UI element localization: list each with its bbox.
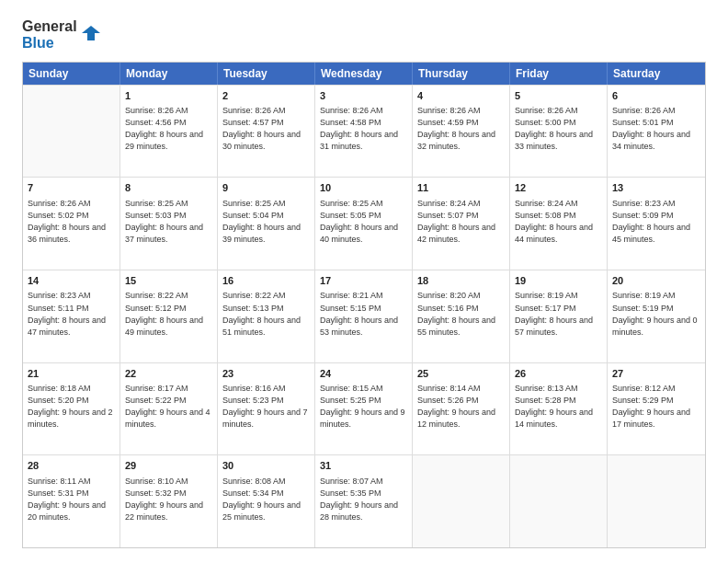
cal-cell: 4Sunrise: 8:26 AMSunset: 4:59 PMDaylight…: [413, 86, 510, 178]
day-number: 25: [417, 367, 505, 381]
cell-text: Sunrise: 8:16 AMSunset: 5:23 PMDaylight:…: [222, 383, 310, 431]
cal-cell: 7Sunrise: 8:26 AMSunset: 5:02 PMDaylight…: [23, 178, 120, 270]
cal-cell: [510, 455, 608, 547]
cal-cell: 6Sunrise: 8:26 AMSunset: 5:01 PMDaylight…: [608, 86, 705, 178]
header-cell-monday: Monday: [120, 63, 218, 85]
week-row-5: 28Sunrise: 8:11 AMSunset: 5:31 PMDayligh…: [23, 454, 705, 547]
cell-text: Sunrise: 8:12 AMSunset: 5:29 PMDaylight:…: [612, 383, 700, 431]
cell-text: Sunrise: 8:19 AMSunset: 5:17 PMDaylight:…: [515, 290, 602, 338]
cal-cell: [608, 455, 705, 547]
cal-cell: 30Sunrise: 8:08 AMSunset: 5:34 PMDayligh…: [218, 455, 315, 547]
calendar: SundayMondayTuesdayWednesdayThursdayFrid…: [22, 62, 706, 548]
day-number: 9: [222, 181, 310, 195]
day-number: 5: [515, 89, 602, 103]
day-number: 31: [320, 459, 407, 473]
cell-text: Sunrise: 8:21 AMSunset: 5:15 PMDaylight:…: [320, 290, 407, 338]
day-number: 29: [125, 459, 212, 473]
cal-cell: 29Sunrise: 8:10 AMSunset: 5:32 PMDayligh…: [120, 455, 218, 547]
cell-text: Sunrise: 8:10 AMSunset: 5:32 PMDaylight:…: [125, 476, 212, 523]
day-number: 4: [417, 89, 505, 103]
logo: General Blue: [22, 18, 100, 52]
day-number: 14: [28, 274, 115, 288]
cell-text: Sunrise: 8:07 AMSunset: 5:35 PMDaylight:…: [320, 476, 407, 523]
day-number: 22: [125, 367, 212, 381]
cal-cell: 24Sunrise: 8:15 AMSunset: 5:25 PMDayligh…: [315, 363, 413, 455]
day-number: 19: [515, 274, 602, 288]
svg-marker-0: [82, 26, 100, 40]
cell-text: Sunrise: 8:25 AMSunset: 5:05 PMDaylight:…: [320, 198, 407, 246]
week-row-3: 14Sunrise: 8:23 AMSunset: 5:11 PMDayligh…: [23, 270, 705, 362]
logo-line1: General: [22, 18, 77, 35]
day-number: 24: [320, 367, 407, 381]
week-row-1: 1Sunrise: 8:26 AMSunset: 4:56 PMDaylight…: [23, 85, 705, 178]
cal-cell: 8Sunrise: 8:25 AMSunset: 5:03 PMDaylight…: [120, 178, 218, 270]
cal-cell: [23, 86, 120, 178]
cal-cell: 12Sunrise: 8:24 AMSunset: 5:08 PMDayligh…: [510, 178, 608, 270]
day-number: 10: [320, 181, 407, 195]
header: General Blue: [22, 18, 706, 52]
cell-text: Sunrise: 8:24 AMSunset: 5:08 PMDaylight:…: [515, 198, 602, 246]
cal-cell: 27Sunrise: 8:12 AMSunset: 5:29 PMDayligh…: [608, 363, 705, 455]
day-number: 21: [28, 367, 115, 381]
cell-text: Sunrise: 8:26 AMSunset: 4:56 PMDaylight:…: [125, 105, 212, 153]
day-number: 3: [320, 89, 407, 103]
cal-cell: 31Sunrise: 8:07 AMSunset: 5:35 PMDayligh…: [315, 455, 413, 547]
cell-text: Sunrise: 8:15 AMSunset: 5:25 PMDaylight:…: [320, 383, 407, 431]
logo-bird-icon: [82, 24, 100, 42]
cal-cell: 1Sunrise: 8:26 AMSunset: 4:56 PMDaylight…: [120, 86, 218, 178]
cal-cell: 3Sunrise: 8:26 AMSunset: 4:58 PMDaylight…: [315, 86, 413, 178]
cal-cell: 28Sunrise: 8:11 AMSunset: 5:31 PMDayligh…: [23, 455, 120, 547]
cell-text: Sunrise: 8:20 AMSunset: 5:16 PMDaylight:…: [417, 290, 505, 338]
day-number: 13: [612, 181, 700, 195]
cell-text: Sunrise: 8:08 AMSunset: 5:34 PMDaylight:…: [222, 476, 310, 523]
calendar-header-row: SundayMondayTuesdayWednesdayThursdayFrid…: [23, 63, 705, 85]
cal-cell: 22Sunrise: 8:17 AMSunset: 5:22 PMDayligh…: [120, 363, 218, 455]
cal-cell: 17Sunrise: 8:21 AMSunset: 5:15 PMDayligh…: [315, 270, 413, 362]
day-number: 18: [417, 274, 505, 288]
cal-cell: [413, 455, 510, 547]
cell-text: Sunrise: 8:26 AMSunset: 5:00 PMDaylight:…: [515, 105, 602, 153]
header-cell-tuesday: Tuesday: [218, 63, 315, 85]
cell-text: Sunrise: 8:14 AMSunset: 5:26 PMDaylight:…: [417, 383, 505, 431]
cal-cell: 5Sunrise: 8:26 AMSunset: 5:00 PMDaylight…: [510, 86, 608, 178]
cell-text: Sunrise: 8:11 AMSunset: 5:31 PMDaylight:…: [28, 476, 115, 523]
cell-text: Sunrise: 8:18 AMSunset: 5:20 PMDaylight:…: [28, 383, 115, 431]
week-row-4: 21Sunrise: 8:18 AMSunset: 5:20 PMDayligh…: [23, 362, 705, 455]
cal-cell: 23Sunrise: 8:16 AMSunset: 5:23 PMDayligh…: [218, 363, 315, 455]
day-number: 28: [28, 459, 115, 473]
day-number: 7: [28, 181, 115, 195]
day-number: 30: [222, 459, 310, 473]
cal-cell: 18Sunrise: 8:20 AMSunset: 5:16 PMDayligh…: [413, 270, 510, 362]
cell-text: Sunrise: 8:25 AMSunset: 5:04 PMDaylight:…: [222, 198, 310, 246]
day-number: 16: [222, 274, 310, 288]
day-number: 26: [515, 367, 602, 381]
day-number: 23: [222, 367, 310, 381]
day-number: 1: [125, 89, 212, 103]
cell-text: Sunrise: 8:24 AMSunset: 5:07 PMDaylight:…: [417, 198, 505, 246]
cal-cell: 14Sunrise: 8:23 AMSunset: 5:11 PMDayligh…: [23, 270, 120, 362]
cell-text: Sunrise: 8:26 AMSunset: 4:58 PMDaylight:…: [320, 105, 407, 153]
cal-cell: 13Sunrise: 8:23 AMSunset: 5:09 PMDayligh…: [608, 178, 705, 270]
header-cell-thursday: Thursday: [413, 63, 510, 85]
cell-text: Sunrise: 8:26 AMSunset: 4:59 PMDaylight:…: [417, 105, 505, 153]
day-number: 27: [612, 367, 700, 381]
header-cell-saturday: Saturday: [608, 63, 705, 85]
cell-text: Sunrise: 8:23 AMSunset: 5:11 PMDaylight:…: [28, 290, 115, 338]
cal-cell: 11Sunrise: 8:24 AMSunset: 5:07 PMDayligh…: [413, 178, 510, 270]
header-cell-sunday: Sunday: [23, 63, 120, 85]
page: General Blue SundayMondayTuesdayWednesda…: [0, 0, 728, 563]
cell-text: Sunrise: 8:25 AMSunset: 5:03 PMDaylight:…: [125, 198, 212, 246]
header-cell-friday: Friday: [510, 63, 608, 85]
cal-cell: 15Sunrise: 8:22 AMSunset: 5:12 PMDayligh…: [120, 270, 218, 362]
cal-cell: 2Sunrise: 8:26 AMSunset: 4:57 PMDaylight…: [218, 86, 315, 178]
cell-text: Sunrise: 8:23 AMSunset: 5:09 PMDaylight:…: [612, 198, 700, 246]
header-cell-wednesday: Wednesday: [315, 63, 413, 85]
day-number: 8: [125, 181, 212, 195]
cal-cell: 19Sunrise: 8:19 AMSunset: 5:17 PMDayligh…: [510, 270, 608, 362]
logo-line2: Blue: [22, 35, 77, 52]
calendar-body: 1Sunrise: 8:26 AMSunset: 4:56 PMDaylight…: [23, 85, 705, 547]
cal-cell: 16Sunrise: 8:22 AMSunset: 5:13 PMDayligh…: [218, 270, 315, 362]
cell-text: Sunrise: 8:22 AMSunset: 5:12 PMDaylight:…: [125, 290, 212, 338]
day-number: 15: [125, 274, 212, 288]
day-number: 20: [612, 274, 700, 288]
